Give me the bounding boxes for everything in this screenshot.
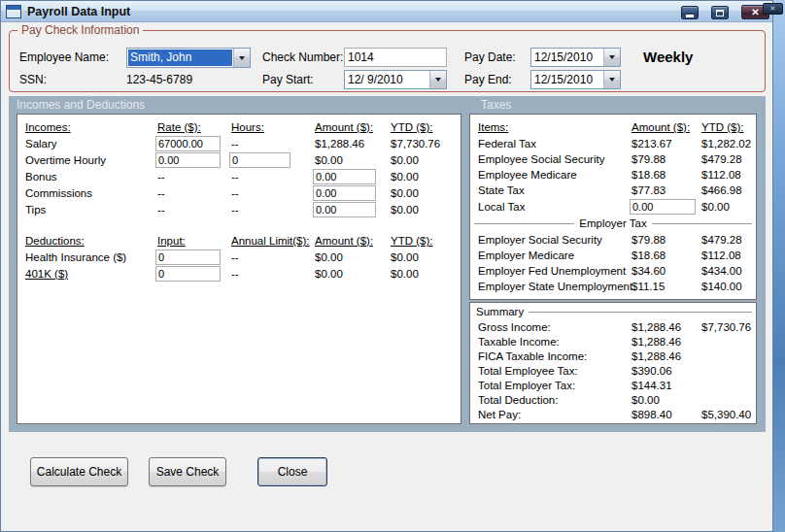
incomes-header-row: Incomes: Rate ($): Hours: Amount ($): YT… — [17, 120, 461, 136]
tax-ytd: $466.98 — [701, 184, 742, 196]
paycheck-group-label: Pay Check Information — [17, 23, 143, 37]
income-hours: -- — [231, 204, 239, 216]
table-row-net-pay: Net Pay: $898.40 $5,390.40 — [470, 408, 756, 423]
title-bar[interactable]: Payroll Data Input ✕ — [1, 1, 772, 22]
bonus-amount-input[interactable] — [313, 169, 376, 184]
employee-name-dropdown-button[interactable] — [233, 49, 250, 67]
deductions-header-amount: Amount ($): — [315, 235, 373, 247]
deduction-amount: $0.00 — [315, 268, 343, 280]
pay-end-value: 12/15/2010 — [531, 71, 603, 88]
incomes-deductions-box: Incomes: Rate ($): Hours: Amount ($): YT… — [17, 114, 461, 424]
tax-ytd: $479.28 — [701, 234, 742, 246]
taxes-header-amount: Amount ($): — [631, 121, 690, 133]
desktop: Payroll Data Input ✕ Pay Check Informati… — [0, 0, 785, 532]
deduction-name-401k-link[interactable]: 401K ($) — [25, 268, 68, 280]
taxes-section-label: Taxes — [481, 98, 511, 112]
tax-ytd: $479.28 — [701, 153, 742, 165]
deduction-ytd: $0.00 — [391, 268, 419, 280]
check-number-input[interactable] — [344, 48, 447, 67]
employee-name-value: Smith, John — [128, 50, 232, 66]
deduction-name: Health Insurance ($) — [25, 251, 126, 263]
chevron-down-icon — [239, 56, 245, 60]
maximize-icon — [716, 10, 724, 17]
table-row-employer-ss: Employer Social Security $79.88 $479.28 — [470, 233, 756, 249]
chevron-down-icon — [435, 78, 441, 82]
pay-date-dropdown-button[interactable] — [603, 49, 620, 66]
summary-name: Total Deduction: — [478, 394, 558, 406]
overtime-hours-input[interactable] — [229, 152, 290, 168]
table-row-tips: Tips -- -- $0.00 — [17, 203, 461, 218]
tax-name: Local Tax — [478, 201, 525, 213]
salary-rate-input[interactable] — [155, 136, 221, 151]
incomes-header-ytd: YTD ($): — [391, 121, 432, 133]
tax-amount: $18.68 — [631, 249, 666, 261]
incomes-deductions-section-label: Incomes and Deductions — [17, 98, 145, 112]
pay-start-picker[interactable]: 12/ 9/2010 — [344, 70, 447, 89]
tax-amount: $79.88 — [631, 234, 666, 246]
main-panel: Incomes and Deductions Taxes Incomes: Ra… — [9, 96, 766, 432]
pay-end-picker[interactable]: 12/15/2010 — [530, 70, 621, 89]
income-name: Tips — [25, 204, 46, 216]
overtime-rate-input[interactable] — [155, 152, 221, 168]
summary-amount: $144.31 — [631, 380, 672, 391]
table-row-gross-income: Gross Income: $1,288.46 $7,730.76 — [470, 320, 756, 336]
income-hours: -- — [231, 171, 239, 183]
table-row-state-tax: State Tax $77.83 $466.98 — [470, 183, 756, 199]
deduction-amount: $0.00 — [315, 251, 343, 263]
income-rate: -- — [157, 204, 165, 216]
pay-end-label: Pay End: — [464, 73, 512, 86]
income-hours: -- — [231, 187, 239, 199]
tax-ytd: $112.08 — [701, 169, 741, 181]
deduction-ytd: $0.00 — [391, 251, 419, 263]
chevron-down-icon — [609, 55, 615, 59]
pay-start-dropdown-button[interactable] — [429, 71, 446, 88]
table-row-health-insurance: Health Insurance ($) -- $0.00 $0.00 — [17, 250, 461, 266]
pay-date-picker[interactable]: 12/15/2010 — [530, 48, 621, 67]
taxes-header-row: Items: Amount ($): YTD ($): — [470, 120, 756, 136]
ssn-label: SSN: — [19, 73, 47, 86]
tax-name: Employer Medicare — [478, 249, 574, 261]
taxes-box: Items: Amount ($): YTD ($): Federal Tax … — [469, 114, 757, 300]
app-icon — [6, 5, 21, 18]
table-row-401k: 401K ($) -- $0.00 $0.00 — [17, 267, 461, 283]
tax-ytd: $434.00 — [701, 265, 742, 277]
minimize-button[interactable] — [681, 6, 699, 19]
background-window-close-button[interactable]: ✕ — [763, 3, 783, 15]
tax-name: Employer State Unemployment — [478, 281, 632, 292]
health-insurance-input[interactable] — [155, 249, 221, 265]
save-check-button[interactable]: Save Check — [149, 457, 226, 486]
divider-line — [529, 312, 752, 313]
calculate-check-button[interactable]: Calculate Check — [30, 457, 128, 486]
maximize-button[interactable] — [711, 6, 729, 19]
close-icon: ✕ — [751, 8, 759, 17]
local-tax-input[interactable] — [630, 199, 696, 215]
401k-input[interactable] — [155, 266, 221, 282]
table-row-bonus: Bonus -- -- $0.00 — [17, 170, 461, 185]
tax-ytd: $1,282.02 — [701, 138, 751, 150]
pay-end-dropdown-button[interactable] — [603, 71, 620, 88]
income-ytd: $7,730.76 — [391, 138, 440, 150]
tax-amount: $18.68 — [631, 169, 666, 181]
income-rate: -- — [157, 187, 165, 199]
tax-name: Employee Social Security — [478, 153, 604, 165]
minimize-icon — [686, 15, 694, 17]
income-name: Salary — [25, 138, 57, 150]
employee-name-select[interactable]: Smith, John — [126, 48, 251, 68]
taxes-header-items: Items: — [478, 121, 508, 133]
summary-name: Gross Income: — [478, 321, 551, 333]
deductions-header-input: Input: — [157, 235, 186, 247]
pay-date-label: Pay Date: — [464, 50, 516, 64]
tax-ytd: $112.08 — [701, 249, 741, 261]
incomes-header-rate: Rate ($): — [157, 121, 201, 133]
deductions-header-ytd: YTD ($): — [391, 235, 432, 247]
tax-amount: $11.15 — [631, 281, 665, 292]
table-row-employer-medicare: Employer Medicare $18.68 $112.08 — [470, 249, 756, 264]
income-ytd: $0.00 — [391, 187, 419, 199]
tax-name: State Tax — [478, 184, 525, 196]
close-button[interactable]: Close — [257, 457, 327, 486]
commissions-amount-input[interactable] — [313, 185, 376, 201]
ssn-value: 123-45-6789 — [126, 73, 192, 86]
divider-line — [652, 223, 752, 224]
incomes-header-name: Incomes: — [25, 121, 71, 133]
tips-amount-input[interactable] — [313, 202, 376, 217]
